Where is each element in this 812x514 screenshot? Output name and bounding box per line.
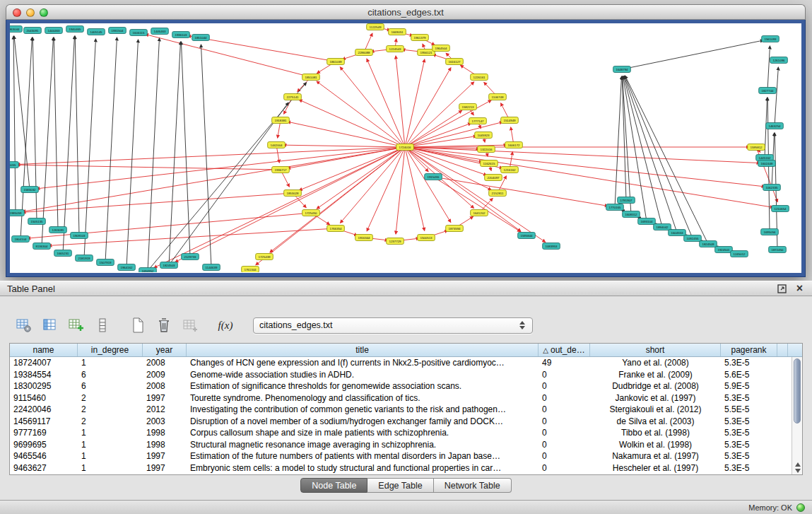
graph-node[interactable]: 2204097 bbox=[485, 175, 502, 181]
graph-node[interactable]: 1924501 bbox=[715, 247, 733, 253]
graph-node[interactable]: 1106748 bbox=[489, 94, 507, 100]
column-header-year[interactable]: year bbox=[143, 344, 187, 356]
graph-node[interactable]: 1827744 bbox=[759, 88, 777, 94]
graph-edge[interactable] bbox=[396, 56, 405, 147]
graph-node[interactable]: 1122549 bbox=[367, 24, 384, 30]
graph-node[interactable]: 1725439 bbox=[256, 254, 273, 260]
close-panel-icon[interactable]: × bbox=[794, 284, 805, 294]
graph-edge[interactable] bbox=[283, 145, 405, 147]
graph-node[interactable]: 2026055 bbox=[10, 162, 18, 168]
graph-node[interactable]: 1062335 bbox=[763, 185, 781, 191]
graph-node[interactable]: 1804104 bbox=[12, 236, 30, 243]
graph-edge[interactable] bbox=[615, 76, 621, 207]
row-options-icon[interactable] bbox=[93, 315, 112, 335]
graph-node[interactable]: 1144639 bbox=[203, 264, 220, 271]
graph-node[interactable]: 1245012 bbox=[731, 251, 748, 257]
graph-node[interactable]: 8136304 bbox=[33, 243, 51, 250]
table-row[interactable]: 1830029562008Estimation of significance … bbox=[10, 380, 792, 392]
graph-edge[interactable] bbox=[622, 40, 763, 69]
graph-node[interactable]: 1824503 bbox=[160, 262, 178, 269]
graph-node[interactable]: 1791907 bbox=[618, 197, 635, 204]
graph-edge[interactable] bbox=[54, 37, 58, 230]
graph-node[interactable]: 1224543 bbox=[387, 46, 404, 52]
graph-node[interactable]: 1641202 bbox=[471, 210, 488, 216]
graph-edge[interactable] bbox=[405, 59, 425, 147]
graph-edge[interactable] bbox=[405, 147, 546, 242]
graph-node[interactable]: 1964504 bbox=[433, 45, 450, 52]
graph-edge[interactable] bbox=[405, 123, 471, 147]
graph-edge[interactable] bbox=[13, 36, 16, 213]
graph-node[interactable]: 1936103 bbox=[172, 32, 190, 38]
graph-edge[interactable] bbox=[20, 37, 32, 239]
column-header-out_de[interactable]: △out_de… bbox=[539, 344, 590, 356]
add-column-icon[interactable] bbox=[66, 315, 86, 335]
graph-node[interactable]: 1665231 bbox=[54, 250, 72, 257]
graph-edge[interactable] bbox=[148, 38, 159, 271]
graph-edge[interactable] bbox=[317, 81, 405, 147]
import-table-icon[interactable] bbox=[180, 315, 200, 335]
graph-node[interactable]: 1777147 bbox=[469, 118, 487, 124]
graph-edge[interactable] bbox=[433, 177, 608, 206]
graph-edge[interactable] bbox=[28, 213, 311, 238]
column-header-title[interactable]: title bbox=[187, 344, 539, 356]
table-row[interactable]: 1456911722003Disruption of a novel membe… bbox=[10, 416, 792, 428]
graph-node[interactable]: 1602448 bbox=[758, 160, 776, 167]
scroll-down-icon[interactable] bbox=[795, 469, 801, 473]
tab-node-table[interactable]: Node Table bbox=[300, 478, 367, 493]
graph-edge[interactable] bbox=[367, 59, 405, 147]
column-header-in_degree[interactable]: in_degree bbox=[78, 344, 143, 356]
graph-node[interactable]: 1873594 bbox=[446, 226, 464, 232]
graph-edge[interactable] bbox=[63, 36, 74, 253]
graph-node[interactable]: 1583032 bbox=[21, 187, 39, 193]
graph-node[interactable]: 1616127 bbox=[446, 59, 464, 65]
graph-node[interactable]: 1964162 bbox=[118, 264, 136, 271]
graph-edge[interactable] bbox=[299, 100, 405, 147]
network-table-selector[interactable]: citations_edges.txt bbox=[253, 317, 533, 334]
graph-node[interactable]: 1824509 bbox=[700, 241, 717, 247]
graph-edge[interactable] bbox=[169, 42, 180, 265]
table-row[interactable]: 911546021997Tourette syndrome. Phenomeno… bbox=[10, 392, 792, 404]
graph-node[interactable]: 1463254 bbox=[766, 123, 784, 129]
minimize-window-icon[interactable] bbox=[26, 8, 35, 17]
graph-node[interactable]: 1725450 bbox=[302, 210, 320, 216]
graph-node[interactable]: 1505135 bbox=[28, 218, 46, 225]
graph-node[interactable]: 1648794 bbox=[613, 66, 631, 73]
graph-node[interactable]: 1226161 bbox=[471, 74, 488, 81]
graph-node[interactable]: 1263091 bbox=[49, 227, 67, 233]
function-builder-icon[interactable]: f(x) bbox=[216, 315, 235, 335]
graph-edge[interactable] bbox=[105, 37, 117, 262]
graph-node[interactable]: 1608312 bbox=[623, 211, 640, 218]
show-columns-icon[interactable] bbox=[40, 315, 60, 335]
graph-edge[interactable] bbox=[256, 147, 405, 265]
graph-node[interactable]: 1237729 bbox=[387, 238, 404, 245]
graph-node[interactable]: 1872450 bbox=[769, 247, 787, 253]
table-row[interactable]: 2242004622012Investigating the contribut… bbox=[10, 404, 792, 416]
network-view-canvas[interactable]: 1724016160617215149491106748122616116161… bbox=[10, 23, 801, 273]
graph-edge[interactable] bbox=[625, 76, 708, 244]
graph-node[interactable]: 1851081 bbox=[302, 74, 320, 81]
graph-node[interactable]: 1216162 bbox=[501, 167, 519, 173]
graph-node[interactable]: 1446463 bbox=[151, 28, 169, 35]
graph-node[interactable]: 1961379 bbox=[411, 35, 429, 41]
graph-edge[interactable] bbox=[146, 34, 311, 77]
graph-edge[interactable] bbox=[33, 37, 37, 221]
table-row[interactable]: 1872400712008Changes of HCN gene express… bbox=[10, 357, 792, 369]
graph-node[interactable]: 2181919 bbox=[76, 255, 93, 262]
graph-node[interactable]: 1606115 bbox=[130, 30, 148, 36]
graph-node[interactable]: 1210654 bbox=[772, 206, 789, 212]
close-window-icon[interactable] bbox=[13, 8, 21, 17]
graph-edge[interactable] bbox=[17, 147, 405, 165]
graph-node[interactable]: 1909103 bbox=[71, 233, 88, 239]
graph-edge[interactable] bbox=[367, 147, 405, 231]
graph-edge[interactable] bbox=[126, 40, 138, 267]
graph-node[interactable]: 1936717 bbox=[272, 167, 290, 173]
scrollbar-thumb[interactable] bbox=[794, 358, 801, 424]
graph-edge[interactable] bbox=[767, 46, 770, 90]
delete-table-icon[interactable] bbox=[154, 315, 174, 335]
graph-node[interactable]: 1724016 bbox=[396, 144, 414, 151]
graph-edge[interactable] bbox=[433, 177, 521, 232]
graph-node[interactable]: 1770165 bbox=[606, 204, 624, 211]
table-row[interactable]: 969969511998Structural magnetic resonanc… bbox=[10, 439, 792, 451]
graph-node[interactable]: 1851044 bbox=[192, 35, 210, 41]
graph-edge[interactable] bbox=[42, 37, 53, 246]
